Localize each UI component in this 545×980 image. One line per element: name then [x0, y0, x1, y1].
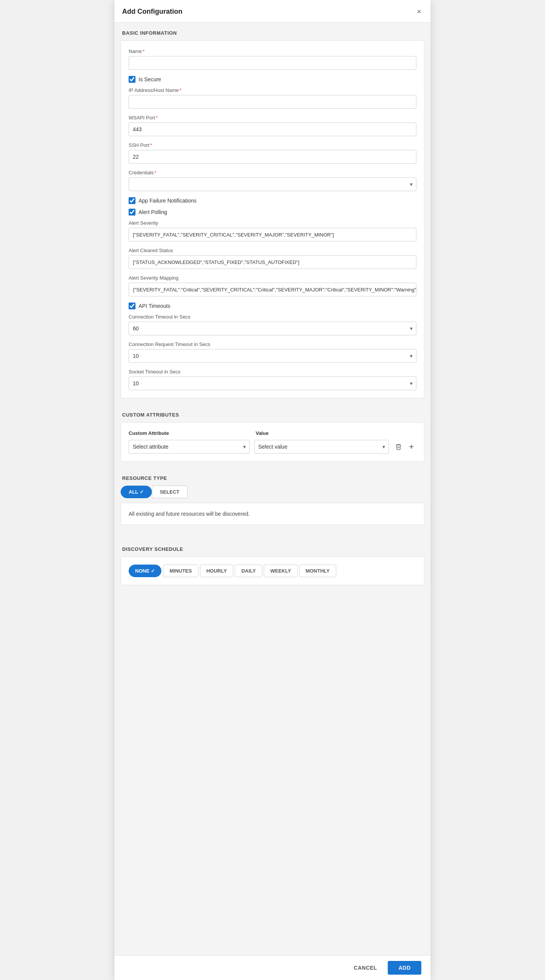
schedule-toggle-group: NONE ✓ MINUTES HOURLY DAILY WEEKLY MONTH… [129, 565, 416, 577]
socket-timeout-group: Socket Timeout in Secs 10 [129, 369, 416, 390]
is-secure-label: Is Secure [139, 76, 161, 82]
ca-actions [393, 442, 416, 452]
modal-title: Add Configuration [122, 8, 182, 16]
credentials-label: Credentials* [129, 170, 416, 175]
resource-type-select-button[interactable]: SELECT [152, 486, 187, 498]
alert-polling-checkbox[interactable] [129, 209, 135, 216]
ca-data-row: Select attribute Select value [129, 440, 416, 454]
ca-delete-button[interactable] [393, 442, 403, 452]
ip-field-group: IP Address/Host Name* [129, 87, 416, 109]
schedule-hourly-button[interactable]: HOURLY [200, 565, 234, 577]
wsapi-port-group: WSAPI Port* [129, 115, 416, 136]
ca-attr-select-wrapper: Select attribute [129, 440, 250, 454]
alert-mapping-group: Alert Severity Mapping {"SEVERITY_FATAL"… [129, 275, 416, 296]
discovery-schedule-section-header: DISCOVERY SCHEDULE [114, 539, 431, 557]
basic-info-section-header: BASIC INFORMATION [114, 23, 431, 40]
conn-timeout-label: Connection Timeout in Secs [129, 314, 416, 320]
close-button[interactable]: × [415, 6, 423, 17]
socket-timeout-label: Socket Timeout in Secs [129, 369, 416, 375]
schedule-weekly-button[interactable]: WEEKLY [264, 565, 297, 577]
api-timeouts-checkbox[interactable] [129, 303, 135, 309]
alert-cleared-group: Alert Cleared Status ["STATUS_ACKNOWLEDG… [129, 248, 416, 269]
name-label: Name* [129, 48, 416, 54]
app-failure-checkbox[interactable] [129, 197, 135, 204]
conn-timeout-group: Connection Timeout in Secs 60 [129, 314, 416, 335]
modal-header: Add Configuration × [114, 0, 431, 23]
conn-req-timeout-select[interactable]: 10 [129, 349, 416, 363]
ip-label: IP Address/Host Name* [129, 87, 416, 93]
ip-input[interactable] [129, 95, 416, 109]
ca-attr-select[interactable]: Select attribute [129, 440, 250, 454]
modal-body: BASIC INFORMATION Name* Is Secure IP Add… [114, 23, 431, 980]
conn-req-timeout-group: Connection Request Timeout in Secs 10 [129, 341, 416, 363]
schedule-monthly-button[interactable]: MONTHLY [299, 565, 336, 577]
ca-col-attr-header: Custom Attribute [129, 430, 250, 436]
ssh-port-group: SSH Port* [129, 142, 416, 164]
wsapi-port-input[interactable] [129, 122, 416, 136]
discovery-schedule-card: NONE ✓ MINUTES HOURLY DAILY WEEKLY MONTH… [121, 557, 424, 585]
ca-value-select-wrapper: Select value [254, 440, 389, 454]
api-timeouts-label: API Timeouts [139, 303, 170, 309]
alert-severity-value: ["SEVERITY_FATAL","SEVERITY_CRITICAL","S… [129, 228, 416, 241]
is-secure-row: Is Secure [129, 76, 416, 83]
alert-polling-row: Alert Polling [129, 209, 416, 216]
add-button[interactable]: ADD [388, 961, 421, 975]
alert-cleared-value: ["STATUS_ACKNOWLEDGED","STATUS_FIXED","S… [129, 255, 416, 269]
api-timeouts-row: API Timeouts [129, 303, 416, 309]
resource-type-info-text: All existing and future resources will b… [129, 511, 250, 517]
ssh-port-input[interactable] [129, 150, 416, 164]
modal-footer: CANCEL ADD [114, 955, 431, 980]
ssh-port-label: SSH Port* [129, 142, 416, 148]
alert-mapping-label: Alert Severity Mapping [129, 275, 416, 281]
conn-timeout-select-wrapper: 60 [129, 322, 416, 335]
custom-attributes-card: Custom Attribute Value Select attribute … [121, 422, 424, 462]
conn-req-timeout-label: Connection Request Timeout in Secs [129, 341, 416, 347]
alert-severity-label: Alert Severity [129, 220, 416, 226]
app-failure-label: App Failure Notifications [139, 198, 197, 204]
custom-attributes-section-header: CUSTOM ATTRIBUTES [114, 404, 431, 422]
resource-type-all-button[interactable]: ALL ✓ [121, 486, 152, 498]
is-secure-checkbox[interactable] [129, 76, 135, 83]
resource-type-toggle-group: ALL ✓ SELECT [121, 486, 424, 498]
credentials-select-wrapper [129, 177, 416, 191]
credentials-select[interactable] [129, 177, 416, 191]
resource-type-info-box: All existing and future resources will b… [121, 503, 424, 525]
resource-type-toggle-area: ALL ✓ SELECT [114, 486, 431, 498]
socket-timeout-select[interactable]: 10 [129, 377, 416, 390]
add-configuration-modal: Add Configuration × BASIC INFORMATION Na… [114, 0, 431, 980]
wsapi-port-label: WSAPI Port* [129, 115, 416, 121]
cancel-button[interactable]: CANCEL [348, 962, 383, 974]
basic-info-card: Name* Is Secure IP Address/Host Name* WS… [121, 40, 424, 398]
custom-attributes-table: Custom Attribute Value Select attribute … [129, 430, 416, 454]
ca-add-button[interactable] [406, 442, 416, 452]
ca-value-select[interactable]: Select value [254, 440, 389, 454]
alert-polling-label: Alert Polling [139, 209, 167, 215]
name-field-group: Name* [129, 48, 416, 70]
schedule-none-button[interactable]: NONE ✓ [129, 565, 161, 577]
credentials-group: Credentials* [129, 170, 416, 191]
conn-req-timeout-select-wrapper: 10 [129, 349, 416, 363]
ca-header-row: Custom Attribute Value [129, 430, 416, 436]
schedule-minutes-button[interactable]: MINUTES [163, 565, 198, 577]
conn-timeout-select[interactable]: 60 [129, 322, 416, 335]
alert-severity-group: Alert Severity ["SEVERITY_FATAL","SEVERI… [129, 220, 416, 241]
resource-type-section-header: RESOURCE TYPE [114, 468, 431, 486]
socket-timeout-select-wrapper: 10 [129, 377, 416, 390]
alert-mapping-value: {"SEVERITY_FATAL":"Critical","SEVERITY_C… [129, 283, 416, 296]
app-failure-row: App Failure Notifications [129, 197, 416, 204]
schedule-daily-button[interactable]: DAILY [235, 565, 262, 577]
name-input[interactable] [129, 56, 416, 70]
ca-col-value-header: Value [256, 430, 416, 436]
alert-cleared-label: Alert Cleared Status [129, 248, 416, 253]
